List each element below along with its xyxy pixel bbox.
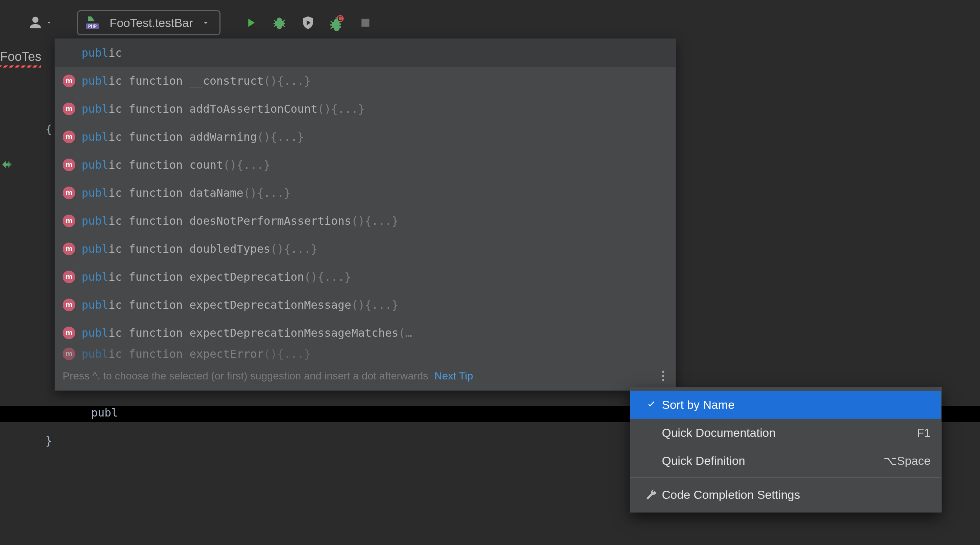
completion-item[interactable]: m public function doesNotPerformAssertio…: [55, 207, 676, 235]
completion-item[interactable]: m public function dataName(){...}: [55, 179, 676, 207]
check-icon: [641, 399, 662, 410]
method-badge-icon: m: [63, 299, 75, 311]
completion-kw-match: publ: [81, 46, 108, 59]
completion-item[interactable]: m public function expectDeprecationMessa…: [55, 319, 676, 347]
method-badge-icon: m: [63, 215, 75, 227]
code-brace-open: {: [46, 123, 52, 136]
method-badge-icon: m: [63, 75, 75, 87]
menu-item-shortcut: ⌥Space: [883, 454, 931, 468]
profile-button[interactable]: [328, 14, 346, 32]
completion-menu-button[interactable]: [662, 370, 665, 382]
svg-text:PHP: PHP: [88, 24, 97, 29]
method-badge-icon: m: [63, 131, 75, 143]
bug-icon: [272, 15, 287, 30]
next-tip-link[interactable]: Next Tip: [435, 370, 473, 382]
method-badge-icon: m: [63, 102, 75, 115]
completion-item[interactable]: m public function expectDeprecationMessa…: [55, 291, 676, 319]
menu-item-shortcut: F1: [916, 426, 931, 440]
completion-item[interactable]: m public function expectDeprecation(){..…: [55, 263, 676, 291]
run-configuration-label: FooTest.testBar: [110, 16, 193, 30]
menu-code-completion-settings[interactable]: Code Completion Settings: [630, 481, 941, 508]
completion-item[interactable]: m public function addWarning(){...}: [55, 123, 676, 151]
menu-item-label: Code Completion Settings: [662, 488, 931, 502]
svg-point-6: [662, 370, 664, 373]
chevron-down-icon: [201, 18, 210, 27]
editor-tab-label: FooTes: [0, 49, 41, 64]
code-brace-close: }: [46, 434, 52, 447]
menu-item-label: Quick Definition: [662, 454, 883, 468]
completion-kw-rest: ic: [108, 46, 122, 59]
code-completion-popup: m public m public function __construct()…: [55, 38, 676, 390]
error-squiggle: [0, 65, 41, 68]
completion-item[interactable]: m public function addToAssertionCount(){…: [55, 95, 676, 123]
menu-item-label: Sort by Name: [662, 398, 931, 412]
method-badge-icon: m: [63, 271, 75, 283]
php-test-icon: PHP: [86, 16, 103, 30]
editor-tab[interactable]: FooTes: [0, 46, 41, 70]
editor-tabstrip: FooTes: [0, 46, 41, 70]
run-configuration-dropdown[interactable]: PHP FooTest.testBar: [77, 10, 221, 35]
vcs-user-dropdown[interactable]: [28, 15, 52, 30]
debug-button[interactable]: [270, 14, 288, 32]
chevron-down-icon: [46, 19, 52, 26]
menu-item-label: Quick Documentation: [662, 426, 916, 440]
svg-rect-5: [361, 19, 370, 27]
run-with-coverage-button[interactable]: [299, 14, 317, 32]
menu-sort-by-name[interactable]: Sort by Name: [630, 390, 941, 419]
method-badge-icon: m: [63, 347, 75, 360]
completion-item[interactable]: m public: [55, 39, 676, 67]
menu-quick-definition[interactable]: Quick Definition ⌥Space: [630, 447, 941, 475]
svg-point-8: [662, 379, 664, 381]
run-button[interactable]: [242, 14, 260, 32]
method-badge-icon: m: [63, 327, 75, 339]
completion-context-menu: Sort by Name Quick Documentation F1 Quic…: [630, 387, 942, 512]
stop-button[interactable]: [356, 14, 374, 32]
svg-point-7: [662, 374, 664, 377]
shield-run-icon: [300, 15, 316, 30]
completion-item[interactable]: m public function doubledTypes(){...}: [55, 235, 676, 263]
method-badge-icon: m: [63, 159, 75, 171]
menu-quick-documentation[interactable]: Quick Documentation F1: [630, 419, 941, 447]
completion-footer: Press ^. to choose the selected (or firs…: [55, 361, 676, 390]
vcs-change-marker-icon[interactable]: [0, 158, 14, 174]
completion-item[interactable]: m public function count(){...}: [55, 151, 676, 179]
method-badge-icon: m: [63, 186, 75, 199]
menu-separator: [630, 477, 941, 478]
completion-item[interactable]: m public function expectError(){...}: [55, 347, 676, 361]
bug-stop-icon: [328, 14, 345, 31]
vertical-dots-icon: [662, 370, 665, 382]
completion-item[interactable]: m public function __construct(){...}: [55, 67, 676, 95]
wrench-icon: [641, 489, 662, 500]
svg-rect-4: [339, 17, 342, 20]
method-badge-icon: m: [63, 242, 75, 255]
typed-text: publ: [91, 406, 118, 419]
user-icon: [28, 15, 43, 30]
completion-hint: Press ^. to choose the selected (or firs…: [63, 370, 428, 382]
